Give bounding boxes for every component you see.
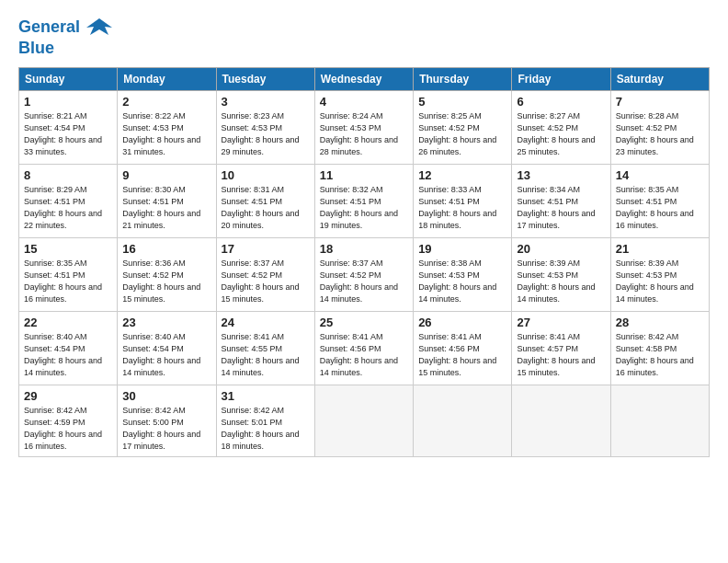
day-info: Sunrise: 8:34 AMSunset: 4:51 PMDaylight:… [517,184,605,232]
day-info: Sunrise: 8:35 AMSunset: 4:51 PMDaylight:… [24,258,112,305]
day-number: 4 [320,95,408,109]
day-number: 17 [222,242,310,256]
day-number: 9 [122,168,210,182]
day-info: Sunrise: 8:42 AMSunset: 5:00 PMDaylight:… [122,405,210,453]
day-info: Sunrise: 8:41 AMSunset: 4:56 PMDaylight:… [418,331,506,379]
calendar-cell: 1Sunrise: 8:21 AMSunset: 4:54 PMDaylight… [19,91,118,165]
logo-general: General [18,17,80,36]
day-number: 15 [24,242,112,256]
calendar-header-row: SundayMondayTuesdayWednesdayThursdayFrid… [19,68,710,91]
page: General Blue SundayMondayTuesdayWednesda… [0,0,728,563]
calendar-body: 1Sunrise: 8:21 AMSunset: 4:54 PMDaylight… [19,91,710,457]
logo: General Blue [18,15,112,58]
day-info: Sunrise: 8:42 AMSunset: 5:01 PMDaylight:… [222,405,310,453]
day-number: 6 [517,95,605,109]
calendar-cell: 30Sunrise: 8:42 AMSunset: 5:00 PMDayligh… [118,385,216,457]
day-info: Sunrise: 8:40 AMSunset: 4:54 PMDaylight:… [24,331,112,379]
calendar-cell: 7Sunrise: 8:28 AMSunset: 4:52 PMDaylight… [610,91,709,165]
day-info: Sunrise: 8:31 AMSunset: 4:51 PMDaylight:… [222,184,310,232]
calendar-cell: 19Sunrise: 8:38 AMSunset: 4:53 PMDayligh… [414,238,512,312]
day-number: 18 [320,242,408,256]
day-info: Sunrise: 8:39 AMSunset: 4:53 PMDaylight:… [616,258,704,305]
day-number: 30 [122,389,210,403]
calendar-cell: 12Sunrise: 8:33 AMSunset: 4:51 PMDayligh… [414,165,512,238]
day-info: Sunrise: 8:24 AMSunset: 4:53 PMDaylight:… [320,110,408,158]
day-number: 10 [222,168,310,182]
calendar-cell: 21Sunrise: 8:39 AMSunset: 4:53 PMDayligh… [610,238,709,312]
calendar-cell: 28Sunrise: 8:42 AMSunset: 4:58 PMDayligh… [610,312,709,385]
day-number: 28 [616,316,704,329]
calendar-cell: 9Sunrise: 8:30 AMSunset: 4:51 PMDaylight… [118,165,216,238]
logo-bird-icon [86,15,112,40]
day-info: Sunrise: 8:29 AMSunset: 4:51 PMDaylight:… [24,184,112,232]
day-info: Sunrise: 8:33 AMSunset: 4:51 PMDaylight:… [418,184,506,232]
calendar-cell: 29Sunrise: 8:42 AMSunset: 4:59 PMDayligh… [19,385,118,457]
calendar-week-row: 8Sunrise: 8:29 AMSunset: 4:51 PMDaylight… [19,165,710,238]
day-info: Sunrise: 8:35 AMSunset: 4:51 PMDaylight:… [616,184,704,232]
day-number: 19 [418,242,506,256]
day-number: 25 [320,316,408,329]
calendar-cell: 22Sunrise: 8:40 AMSunset: 4:54 PMDayligh… [19,312,118,385]
day-number: 14 [616,168,704,182]
svg-marker-0 [86,18,112,35]
calendar-week-row: 29Sunrise: 8:42 AMSunset: 4:59 PMDayligh… [19,385,710,457]
calendar-cell: 26Sunrise: 8:41 AMSunset: 4:56 PMDayligh… [414,312,512,385]
day-info: Sunrise: 8:27 AMSunset: 4:52 PMDaylight:… [517,110,605,158]
day-info: Sunrise: 8:41 AMSunset: 4:55 PMDaylight:… [222,331,310,379]
day-number: 26 [418,316,506,329]
calendar-cell: 24Sunrise: 8:41 AMSunset: 4:55 PMDayligh… [216,312,314,385]
day-number: 11 [320,168,408,182]
day-info: Sunrise: 8:28 AMSunset: 4:52 PMDaylight:… [616,110,704,158]
header-day-friday: Friday [512,68,610,91]
day-info: Sunrise: 8:30 AMSunset: 4:51 PMDaylight:… [122,184,210,232]
day-number: 12 [418,168,506,182]
calendar-cell: 23Sunrise: 8:40 AMSunset: 4:54 PMDayligh… [118,312,216,385]
calendar-cell: 2Sunrise: 8:22 AMSunset: 4:53 PMDaylight… [118,91,216,165]
day-number: 21 [616,242,704,256]
day-number: 23 [122,316,210,329]
calendar-week-row: 1Sunrise: 8:21 AMSunset: 4:54 PMDaylight… [19,91,710,165]
day-number: 5 [418,95,506,109]
calendar-cell: 25Sunrise: 8:41 AMSunset: 4:56 PMDayligh… [314,312,413,385]
day-number: 29 [24,389,112,403]
calendar-cell: 20Sunrise: 8:39 AMSunset: 4:53 PMDayligh… [512,238,610,312]
calendar-cell: 16Sunrise: 8:36 AMSunset: 4:52 PMDayligh… [118,238,216,312]
calendar-cell: 18Sunrise: 8:37 AMSunset: 4:52 PMDayligh… [314,238,413,312]
header-day-saturday: Saturday [610,68,709,91]
calendar-cell: 14Sunrise: 8:35 AMSunset: 4:51 PMDayligh… [610,165,709,238]
calendar-cell: 4Sunrise: 8:24 AMSunset: 4:53 PMDaylight… [314,91,413,165]
calendar-cell: 10Sunrise: 8:31 AMSunset: 4:51 PMDayligh… [216,165,314,238]
day-info: Sunrise: 8:21 AMSunset: 4:54 PMDaylight:… [24,110,112,158]
header-day-monday: Monday [118,68,216,91]
day-number: 22 [24,316,112,329]
calendar-week-row: 15Sunrise: 8:35 AMSunset: 4:51 PMDayligh… [19,238,710,312]
calendar-week-row: 22Sunrise: 8:40 AMSunset: 4:54 PMDayligh… [19,312,710,385]
day-info: Sunrise: 8:36 AMSunset: 4:52 PMDaylight:… [122,258,210,305]
calendar-cell: 31Sunrise: 8:42 AMSunset: 5:01 PMDayligh… [216,385,314,457]
calendar-table: SundayMondayTuesdayWednesdayThursdayFrid… [18,67,710,457]
header-day-wednesday: Wednesday [314,68,413,91]
day-info: Sunrise: 8:40 AMSunset: 4:54 PMDaylight:… [122,331,210,379]
day-number: 20 [517,242,605,256]
day-number: 16 [122,242,210,256]
calendar-cell: 15Sunrise: 8:35 AMSunset: 4:51 PMDayligh… [19,238,118,312]
calendar-cell: 13Sunrise: 8:34 AMSunset: 4:51 PMDayligh… [512,165,610,238]
calendar-cell: 3Sunrise: 8:23 AMSunset: 4:53 PMDaylight… [216,91,314,165]
day-info: Sunrise: 8:41 AMSunset: 4:57 PMDaylight:… [517,331,605,379]
day-info: Sunrise: 8:42 AMSunset: 4:58 PMDaylight:… [616,331,704,379]
day-info: Sunrise: 8:25 AMSunset: 4:52 PMDaylight:… [418,110,506,158]
day-info: Sunrise: 8:22 AMSunset: 4:53 PMDaylight:… [122,110,210,158]
calendar-cell: 5Sunrise: 8:25 AMSunset: 4:52 PMDaylight… [414,91,512,165]
header: General Blue [18,15,710,58]
day-info: Sunrise: 8:39 AMSunset: 4:53 PMDaylight:… [517,258,605,305]
day-number: 8 [24,168,112,182]
calendar-cell: 27Sunrise: 8:41 AMSunset: 4:57 PMDayligh… [512,312,610,385]
header-day-sunday: Sunday [19,68,118,91]
header-day-tuesday: Tuesday [216,68,314,91]
day-number: 3 [222,95,310,109]
calendar-cell: 17Sunrise: 8:37 AMSunset: 4:52 PMDayligh… [216,238,314,312]
day-number: 1 [24,95,112,109]
calendar-cell: 8Sunrise: 8:29 AMSunset: 4:51 PMDaylight… [19,165,118,238]
day-info: Sunrise: 8:37 AMSunset: 4:52 PMDaylight:… [222,258,310,305]
day-number: 13 [517,168,605,182]
